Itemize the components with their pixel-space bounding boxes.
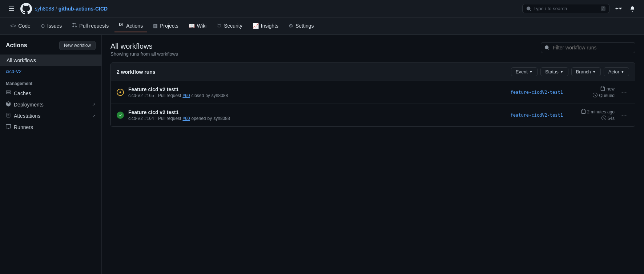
run-title: Feature cicd v2 test1 xyxy=(128,109,506,115)
pr-icon xyxy=(72,23,77,29)
filter-status-button[interactable]: Status ▼ xyxy=(540,67,568,76)
svg-point-0 xyxy=(120,92,121,93)
deployments-external-icon: ↗ xyxy=(92,102,96,107)
table-row[interactable]: Feature cicd v2 test1 cicd-V2 #164 : Pul… xyxy=(111,104,635,126)
actor-caret-icon: ▼ xyxy=(621,70,624,74)
run-branch-badge: feature-cicdV2-test1 xyxy=(511,113,563,118)
runs-header: 2 workflow runs Event ▼ Status ▼ Branch … xyxy=(111,63,635,81)
branch-caret-icon: ▼ xyxy=(592,70,596,74)
top-nav: syh8088 / github-actions-CICD Type / to … xyxy=(0,0,644,17)
tab-issues[interactable]: ⊙ Issues xyxy=(36,20,66,32)
calendar-icon-2 xyxy=(581,109,586,115)
actions-icon xyxy=(119,23,124,29)
content-area: All workflows Showing runs from all work… xyxy=(102,35,644,274)
runs-count: 2 workflow runs xyxy=(117,69,156,75)
sidebar-item-deployments[interactable]: Deployments ↗ xyxy=(0,99,101,110)
wiki-icon: 📖 xyxy=(189,23,195,29)
filter-buttons: Event ▼ Status ▼ Branch ▼ Actor ▼ xyxy=(511,67,629,76)
run-info: Feature cicd v2 test1 cicd-V2 #164 : Pul… xyxy=(128,109,506,121)
dot-icon xyxy=(118,90,122,94)
search-icon xyxy=(526,6,531,11)
top-nav-left: syh8088 / github-actions-CICD xyxy=(6,3,519,15)
clock-icon-2 xyxy=(601,116,606,121)
sidebar-attestations-label: Attestations xyxy=(14,113,40,119)
sidebar-item-all-workflows[interactable]: All workflows xyxy=(0,55,101,66)
page-subtitle: Showing runs from all workflows xyxy=(110,51,178,57)
event-caret-icon: ▼ xyxy=(529,70,533,74)
status-caret-icon: ▼ xyxy=(560,70,564,74)
page-title: All workflows xyxy=(110,42,178,51)
new-workflow-button[interactable]: New workflow xyxy=(59,41,96,50)
sidebar-header: Actions New workflow xyxy=(0,41,101,55)
tab-code[interactable]: <> Code xyxy=(6,20,35,32)
run-time-info: now Queued xyxy=(567,86,615,98)
calendar-icon-1 xyxy=(600,86,605,92)
sidebar-item-runners[interactable]: Runners xyxy=(0,121,101,133)
bell-icon xyxy=(629,6,635,12)
run-title: Feature cicd v2 test1 xyxy=(128,86,506,92)
run-menu-button-1[interactable]: ⋯ xyxy=(619,88,629,97)
sidebar-item-cicd-v2[interactable]: cicd-V2 xyxy=(0,66,101,77)
sidebar-caches-label: Caches xyxy=(14,90,31,96)
repo-name[interactable]: github-actions-CICD xyxy=(59,6,108,12)
tab-pull-requests[interactable]: Pull requests xyxy=(68,20,113,32)
plus-button[interactable]: + xyxy=(612,4,625,13)
search-shortcut: / xyxy=(601,6,605,11)
deployments-icon xyxy=(6,101,11,108)
run-status-queued-icon xyxy=(117,89,124,96)
filter-branch-button[interactable]: Branch ▼ xyxy=(571,67,601,76)
run-menu-button-2[interactable]: ⋯ xyxy=(619,110,629,120)
run-meta: cicd-V2 #165 : Pull request #60 closed b… xyxy=(128,93,506,98)
run-branch-badge: feature-cicdV2-test1 xyxy=(511,90,563,95)
search-placeholder: Type / to search xyxy=(534,6,567,11)
filter-actor-button[interactable]: Actor ▼ xyxy=(604,67,629,76)
page-header-text: All workflows Showing runs from all work… xyxy=(110,42,178,57)
insights-icon: 📈 xyxy=(253,23,259,29)
run-meta: cicd-V2 #164 : Pull request #60 opened b… xyxy=(128,116,506,121)
clock-icon-1 xyxy=(593,93,597,98)
sidebar-item-attestations[interactable]: Attestations ↗ xyxy=(0,110,101,121)
filter-search-icon xyxy=(544,45,550,50)
pr-link-2[interactable]: #60 xyxy=(182,116,190,121)
repo-nav: <> Code ⊙ Issues Pull requests Actions ▦… xyxy=(0,17,644,35)
top-nav-right: Type / to search / + xyxy=(522,4,638,13)
tab-projects[interactable]: ▦ Projects xyxy=(149,20,183,32)
content-header: All workflows Showing runs from all work… xyxy=(110,42,635,57)
tab-actions[interactable]: Actions xyxy=(114,20,147,32)
sidebar-deployments-label: Deployments xyxy=(14,102,44,108)
tab-settings[interactable]: ⚙ Settings xyxy=(284,20,318,32)
run-info: Feature cicd v2 test1 cicd-V2 #165 : Pul… xyxy=(128,86,506,98)
hamburger-button[interactable] xyxy=(6,4,17,13)
github-logo xyxy=(20,3,32,15)
security-icon: 🛡 xyxy=(217,23,222,29)
sidebar: Actions New workflow All workflows cicd-… xyxy=(0,35,102,274)
filter-wrap xyxy=(541,42,635,53)
pr-link-1[interactable]: #60 xyxy=(182,93,190,98)
checkmark-icon xyxy=(118,113,122,117)
caches-icon xyxy=(6,90,11,96)
repo-owner[interactable]: syh8088 xyxy=(35,6,54,12)
code-icon: <> xyxy=(10,23,16,29)
projects-icon: ▦ xyxy=(153,23,158,29)
filter-workflow-input[interactable] xyxy=(541,42,635,53)
filter-event-button[interactable]: Event ▼ xyxy=(511,67,538,76)
main-layout: Actions New workflow All workflows cicd-… xyxy=(0,35,644,274)
run-time-info: 2 minutes ago 54s xyxy=(567,109,615,121)
tab-security[interactable]: 🛡 Security xyxy=(212,20,247,32)
notification-bell-button[interactable] xyxy=(627,4,638,13)
tab-insights[interactable]: 📈 Insights xyxy=(248,20,283,32)
sidebar-item-caches[interactable]: Caches xyxy=(0,88,101,99)
tab-wiki[interactable]: 📖 Wiki xyxy=(184,20,211,32)
sidebar-runners-label: Runners xyxy=(14,124,33,130)
sidebar-title: Actions xyxy=(6,42,27,49)
runs-container: 2 workflow runs Event ▼ Status ▼ Branch … xyxy=(110,63,635,127)
path-separator: / xyxy=(56,6,57,12)
table-row[interactable]: Feature cicd v2 test1 cicd-V2 #165 : Pul… xyxy=(111,81,635,104)
attestations-icon xyxy=(6,113,11,119)
top-nav-actions: + xyxy=(612,4,638,13)
sidebar-management-label: Management xyxy=(0,77,101,88)
settings-icon: ⚙ xyxy=(289,23,293,29)
runners-icon xyxy=(6,124,11,130)
attestations-external-icon: ↗ xyxy=(92,113,96,118)
global-search[interactable]: Type / to search / xyxy=(522,4,609,13)
